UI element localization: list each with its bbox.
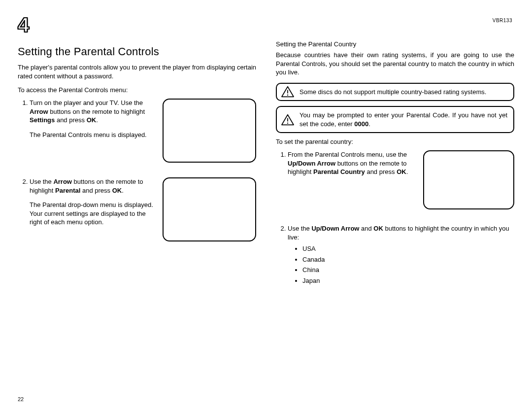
- svg-point-3: [287, 122, 288, 123]
- step-1-text: Turn on the player and your TV. Use the …: [30, 99, 155, 139]
- country-list: USA Canada China Japan: [288, 244, 514, 285]
- step-2-text: Use the Arrow buttons on the remote to h…: [30, 177, 155, 227]
- country-intro: Because countries have their own rating …: [276, 51, 514, 77]
- warning-note-2: You may be prompted to enter your Parent…: [276, 106, 514, 133]
- subsection-heading: Setting the Parental Country: [276, 40, 514, 48]
- chapter-number: 4: [18, 15, 29, 35]
- steps-list: Turn on the player and your TV. Use the …: [18, 99, 256, 241]
- access-lead: To access the Parental Controls menu:: [18, 86, 256, 94]
- warning-icon: [281, 86, 295, 98]
- screenshot-placeholder: [163, 177, 256, 241]
- screenshot-placeholder: [423, 150, 514, 209]
- list-item: Canada: [302, 255, 514, 264]
- list-item: Japan: [302, 276, 514, 285]
- country-step-1: From the Parental Controls menu, use the…: [288, 150, 514, 209]
- model-label: VBR133: [493, 18, 512, 23]
- section-heading: Setting the Parental Controls: [18, 45, 256, 58]
- country-step-2-text: Use the Up/Down Arrow and OK buttons to …: [288, 224, 514, 285]
- list-item: China: [302, 266, 514, 274]
- warning-icon: [281, 114, 295, 126]
- page-content: 4 Setting the Parental Controls The play…: [0, 0, 532, 310]
- svg-point-1: [287, 95, 288, 96]
- right-column: Setting the Parental Country Because cou…: [276, 15, 514, 300]
- step-1-result: The Parental Controls menu is displayed.: [30, 131, 155, 139]
- country-lead: To set the parental country:: [276, 138, 514, 145]
- intro-paragraph: The player's parental controls allow you…: [18, 63, 256, 80]
- page-number: 22: [18, 396, 24, 402]
- left-column: 4 Setting the Parental Controls The play…: [18, 15, 256, 300]
- screenshot-placeholder: [163, 99, 256, 163]
- country-step-1-text: From the Parental Controls menu, use the…: [288, 150, 415, 176]
- list-item: USA: [302, 244, 514, 253]
- warning-note-1: Some discs do not support multiple count…: [276, 83, 514, 102]
- step-2-result: The Parental drop-down menu is displayed…: [30, 201, 155, 227]
- step-1: Turn on the player and your TV. Use the …: [30, 99, 256, 163]
- country-step-2: Use the Up/Down Arrow and OK buttons to …: [288, 224, 514, 285]
- country-steps: From the Parental Controls menu, use the…: [276, 150, 514, 285]
- step-2: Use the Arrow buttons on the remote to h…: [30, 177, 256, 241]
